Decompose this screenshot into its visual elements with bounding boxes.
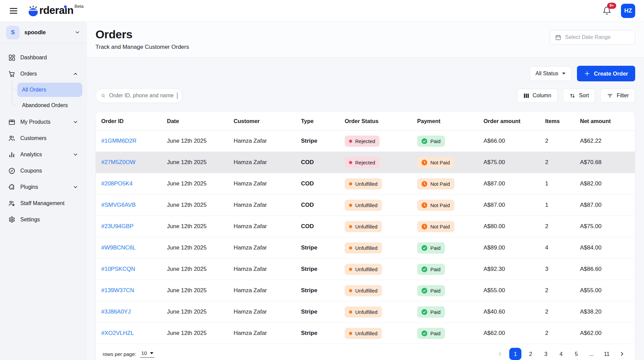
sidebar-item-all-orders[interactable]: All Orders (17, 83, 82, 97)
table-row[interactable]: #139W37CNJune 12th 2025Hamza ZafarStripe… (96, 280, 635, 301)
date-range-input[interactable]: Select Date Range (550, 30, 635, 45)
sidebar-item-abandoned-orders[interactable]: Abandoned Orders (17, 98, 82, 113)
payment-badge: Not Paid (417, 178, 454, 189)
order-id-link[interactable]: #W9BCNC6L (101, 244, 136, 251)
order-id-link[interactable]: #3J86A0YJ (101, 308, 131, 315)
page-number-button[interactable]: 3 (540, 348, 552, 360)
hamburger-menu-icon[interactable] (9, 6, 19, 16)
order-status-badge: Rejected (345, 157, 380, 168)
page-number-button[interactable]: 2 (524, 348, 537, 360)
payment-badge: Paid (417, 306, 445, 318)
next-page-button[interactable] (616, 348, 628, 360)
previous-page-button[interactable] (494, 348, 506, 360)
payment-label: Paid (430, 245, 441, 251)
order-id-link[interactable]: #27M5Z0OW (101, 159, 135, 165)
page-number-button[interactable]: 11 (601, 348, 613, 360)
table-row[interactable]: #23U94GBPJune 12th 2025Hamza ZafarCODUnf… (96, 216, 635, 237)
clock-icon (422, 160, 427, 165)
table-row[interactable]: #XO2VLHZLJune 12th 2025Hamza ZafarStripe… (96, 323, 635, 344)
customer-cell: Hamza Zafar (230, 195, 297, 216)
table-row[interactable]: #208PO5K4June 12th 2025Hamza ZafarCODUnf… (96, 173, 635, 195)
filter-button[interactable]: Filter (600, 88, 635, 103)
chevron-right-icon (619, 351, 625, 357)
status-filter-select[interactable]: All Status (530, 66, 572, 81)
user-avatar[interactable]: HZ (621, 4, 635, 18)
items-cell: 2 (541, 301, 576, 323)
sort-button[interactable]: Sort (563, 88, 595, 103)
order-id-link[interactable]: #208PO5K4 (101, 180, 133, 187)
date-cell: June 12th 2025 (163, 237, 230, 259)
order-amount-cell: A$55.00 (479, 280, 541, 301)
status-label: Unfulfilled (355, 266, 378, 272)
check-circle-icon (422, 331, 427, 336)
search-input[interactable]: Order ID, phone and name (95, 88, 183, 103)
table-row[interactable]: #W9BCNC6LJune 12th 2025Hamza ZafarStripe… (96, 237, 635, 259)
sidebar-item-plugins[interactable]: Plugins (4, 180, 82, 195)
customer-cell: Hamza Zafar (230, 301, 297, 323)
payment-cell: Not Paid (413, 152, 479, 173)
payment-badge: Not Paid (417, 200, 454, 211)
rows-per-page-select[interactable]: 10 (140, 350, 154, 358)
order-id-link[interactable]: #1GMM6D2R (101, 138, 136, 144)
order-status-badge: Unfulfilled (345, 178, 382, 189)
page-number-button[interactable]: 4 (555, 348, 567, 360)
sidebar-item-settings[interactable]: Settings (4, 212, 82, 227)
net-amount-cell: A$86.60 (576, 259, 635, 280)
sidebar-item-staff-management[interactable]: Staff Management (4, 196, 82, 211)
table-row[interactable]: #27M5Z0OWJune 12th 2025Hamza ZafarCODRej… (96, 152, 635, 173)
page-number-button[interactable]: 1 (509, 348, 521, 360)
filter-icon (607, 93, 613, 99)
order-id-link[interactable]: #139W37CN (101, 287, 134, 294)
orders-subnav: All Orders Abandoned Orders (12, 83, 82, 113)
order-status-cell: Unfulfilled (341, 280, 413, 301)
payment-label: Paid (430, 288, 441, 294)
dashboard-icon (8, 54, 16, 61)
status-label: Unfulfilled (355, 224, 378, 229)
table-row[interactable]: #1GMM6D2RJune 12th 2025Hamza ZafarStripe… (96, 131, 635, 152)
order-id-cell: #10PSKCQN (96, 259, 163, 280)
column-button[interactable]: Column (517, 88, 558, 103)
page-number-button[interactable]: 5 (570, 348, 582, 360)
payment-cell: Paid (413, 131, 479, 152)
sidebar-item-dashboard[interactable]: Dashboard (4, 50, 82, 65)
check-circle-icon (422, 288, 427, 294)
sidebar-item-customers[interactable]: Customers (4, 131, 82, 146)
order-id-link[interactable]: #XO2VLHZL (101, 330, 134, 336)
table-row[interactable]: #3J86A0YJJune 12th 2025Hamza ZafarStripe… (96, 301, 635, 323)
sort-button-label: Sort (579, 93, 589, 99)
create-order-button[interactable]: Create Order (577, 66, 635, 81)
net-amount-cell: A$84.00 (576, 237, 635, 259)
type-cell: Stripe (297, 323, 341, 344)
notifications-button[interactable]: 9+ (602, 6, 611, 15)
check-circle-icon (422, 309, 427, 315)
beta-tag: Beta (74, 4, 84, 9)
items-cell: 2 (541, 216, 576, 237)
sidebar-item-orders[interactable]: Orders (4, 66, 82, 81)
order-status-badge: Unfulfilled (345, 200, 382, 211)
brand-logo[interactable]: rderain Beta (27, 4, 84, 17)
table-row[interactable]: #10PSKCQNJune 12th 2025Hamza ZafarStripe… (96, 259, 635, 280)
net-amount-cell: A$55.00 (576, 280, 635, 301)
order-amount-cell: A$62.00 (479, 323, 541, 344)
sort-arrows-icon (569, 93, 576, 99)
columns-icon (523, 93, 529, 99)
chevron-down-icon (73, 184, 78, 190)
sidebar-item-label: Orders (20, 71, 37, 77)
order-id-link[interactable]: #23U94GBP (101, 223, 133, 229)
status-dot-icon (349, 332, 352, 335)
table-row[interactable]: #SMVG6AVBJune 12th 2025Hamza ZafarCODUnf… (96, 195, 635, 216)
sidebar-item-my-products[interactable]: My Products (4, 115, 82, 129)
sidebar-subitem-label: All Orders (22, 87, 46, 93)
order-id-cell: #27M5Z0OW (96, 152, 163, 173)
create-order-label: Create Order (594, 71, 628, 77)
workspace-selector[interactable]: S spoodle (0, 22, 86, 43)
customer-cell: Hamza Zafar (230, 323, 297, 344)
order-id-link[interactable]: #10PSKCQN (101, 266, 135, 272)
order-status-badge: Unfulfilled (345, 306, 382, 318)
status-dot-icon (349, 246, 352, 249)
sidebar-item-coupons[interactable]: Coupons (4, 163, 82, 178)
sidebar-item-analytics[interactable]: Analytics (4, 147, 82, 162)
date-cell: June 12th 2025 (163, 173, 230, 195)
type-cell: Stripe (297, 259, 341, 280)
order-id-link[interactable]: #SMVG6AVB (101, 202, 136, 208)
